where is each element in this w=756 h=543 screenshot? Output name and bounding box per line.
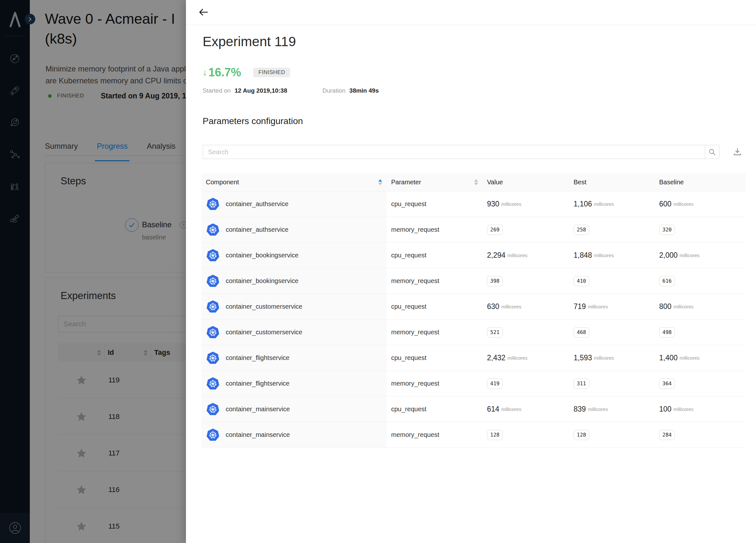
value-unit: millicores bbox=[588, 304, 608, 309]
baseline-cell: 284 bbox=[655, 422, 746, 447]
param-column-header[interactable]: Baseline bbox=[655, 173, 746, 191]
value-unit: millicores bbox=[680, 253, 700, 258]
param-column-header[interactable]: Best bbox=[569, 173, 655, 191]
value-tag: 128 bbox=[574, 430, 589, 440]
parameter-cell: memory_request bbox=[387, 422, 483, 447]
parameters-section-title: Parameters configuration bbox=[203, 116, 303, 126]
value-number: 2,000 bbox=[659, 251, 678, 260]
experiment-drawer: Experiment 119 ↓ 16.7% FINISHED Started … bbox=[186, 0, 756, 543]
value-number: 1,848 bbox=[574, 251, 592, 260]
param-column-header[interactable]: Component bbox=[201, 173, 387, 191]
param-table-row[interactable]: container_mainservice memory_request 128… bbox=[201, 422, 746, 448]
value-number: 1,106 bbox=[574, 200, 592, 208]
parameter-name: cpu_request bbox=[391, 252, 426, 259]
value-tag: 468 bbox=[574, 327, 589, 338]
param-column-header[interactable]: Parameter bbox=[387, 173, 483, 191]
component-name: container_mainservice bbox=[226, 431, 290, 439]
value-unit: millicores bbox=[501, 304, 521, 309]
component-name: container_customerservice bbox=[226, 303, 302, 310]
param-table-row[interactable]: container_flightservice cpu_request 2,43… bbox=[201, 345, 746, 371]
download-button[interactable] bbox=[733, 147, 742, 156]
param-column-label: Value bbox=[487, 179, 503, 186]
baseline-cell: 800millicores bbox=[655, 294, 746, 319]
value-number: 839 bbox=[574, 405, 586, 414]
value-tag: 364 bbox=[659, 379, 675, 389]
best-cell: 719millicores bbox=[569, 294, 655, 319]
parameters-table-header: Component Parameter Value Best Baseline bbox=[201, 173, 746, 191]
param-column-label: Baseline bbox=[659, 179, 684, 186]
component-name: container_authservice bbox=[226, 200, 289, 208]
sort-carets-icon bbox=[474, 179, 478, 185]
param-table-row[interactable]: container_customerservice cpu_request 63… bbox=[201, 294, 746, 320]
delta-percentage: 16.7% bbox=[208, 66, 241, 79]
baseline-cell: 1,400millicores bbox=[655, 345, 746, 371]
parameters-search-input[interactable] bbox=[203, 145, 705, 159]
value-unit: millicores bbox=[588, 406, 608, 412]
parameter-name: memory_request bbox=[391, 329, 439, 336]
param-table-row[interactable]: container_bookingservice memory_request … bbox=[201, 268, 746, 294]
experiment-meta: Started on 12 Aug 2019,10:38 Duration 38… bbox=[203, 87, 379, 94]
component-name: container_authservice bbox=[226, 226, 289, 233]
component-cell: container_authservice bbox=[201, 217, 387, 242]
value-tag: 498 bbox=[659, 327, 675, 338]
duration-value: 38min 49s bbox=[349, 87, 379, 94]
param-table-row[interactable]: container_authservice cpu_request 930mil… bbox=[201, 191, 746, 217]
component-name: container_mainservice bbox=[226, 405, 290, 413]
param-table-row[interactable]: container_authservice memory_request 269… bbox=[201, 217, 746, 243]
back-button[interactable] bbox=[198, 7, 208, 17]
parameter-name: cpu_request bbox=[391, 303, 426, 310]
value-number: 630 bbox=[487, 302, 499, 311]
parameter-cell: cpu_request bbox=[387, 397, 483, 422]
value-cell: 2,294millicores bbox=[483, 243, 569, 268]
parameter-name: cpu_request bbox=[391, 200, 426, 208]
param-column-header[interactable]: Value bbox=[483, 173, 569, 191]
component-cell: container_customerservice bbox=[201, 320, 387, 345]
parameter-name: cpu_request bbox=[391, 405, 426, 413]
param-table-row[interactable]: container_flightservice memory_request 4… bbox=[201, 371, 746, 397]
value-number: 2,294 bbox=[487, 251, 506, 260]
component-cell: container_customerservice bbox=[201, 294, 387, 319]
parameter-name: memory_request bbox=[391, 431, 439, 439]
best-cell: 258 bbox=[569, 217, 655, 242]
value-cell: 614millicores bbox=[483, 397, 569, 422]
param-column-label: Parameter bbox=[391, 179, 421, 186]
param-column-label: Best bbox=[574, 179, 586, 186]
value-cell: 398 bbox=[483, 268, 569, 294]
download-icon bbox=[733, 147, 742, 156]
value-tag: 269 bbox=[487, 225, 503, 235]
value-cell: 630millicores bbox=[483, 294, 569, 319]
value-number: 100 bbox=[659, 405, 671, 414]
best-cell: 1,106millicores bbox=[569, 191, 655, 217]
component-cell: container_mainservice bbox=[201, 397, 387, 422]
parameter-name: memory_request bbox=[391, 380, 439, 387]
param-table-row[interactable]: container_mainservice cpu_request 614mil… bbox=[201, 397, 746, 422]
value-tag: 128 bbox=[487, 430, 503, 440]
value-cell: 128 bbox=[483, 422, 569, 447]
experiment-title: Experiment 119 bbox=[203, 34, 296, 49]
param-table-row[interactable]: container_customerservice memory_request… bbox=[201, 320, 746, 345]
started-on-label: Started on bbox=[203, 87, 231, 94]
parameters-table-body: container_authservice cpu_request 930mil… bbox=[201, 191, 746, 448]
value-tag: 410 bbox=[574, 276, 589, 286]
value-unit: millicores bbox=[673, 406, 693, 412]
sort-carets-icon bbox=[378, 179, 382, 185]
value-cell: 269 bbox=[483, 217, 569, 242]
best-cell: 839millicores bbox=[569, 397, 655, 422]
value-tag: 521 bbox=[487, 327, 503, 338]
value-cell: 2,432millicores bbox=[483, 345, 569, 371]
parameter-name: memory_request bbox=[391, 277, 439, 285]
value-unit: millicores bbox=[508, 355, 528, 361]
kubernetes-icon bbox=[206, 377, 220, 391]
param-table-row[interactable]: container_bookingservice cpu_request 2,2… bbox=[201, 243, 746, 268]
delta-row: ↓ 16.7% FINISHED bbox=[203, 66, 290, 79]
kubernetes-icon bbox=[206, 248, 220, 263]
component-name: container_customerservice bbox=[226, 329, 302, 336]
baseline-cell: 320 bbox=[655, 217, 746, 242]
kubernetes-icon bbox=[206, 274, 220, 288]
value-unit: millicores bbox=[673, 201, 693, 207]
search-button[interactable] bbox=[705, 145, 719, 159]
baseline-cell: 600millicores bbox=[655, 191, 746, 217]
value-unit: millicores bbox=[508, 253, 528, 258]
parameter-cell: memory_request bbox=[387, 371, 483, 396]
started-on-value: 12 Aug 2019,10:38 bbox=[235, 87, 287, 94]
